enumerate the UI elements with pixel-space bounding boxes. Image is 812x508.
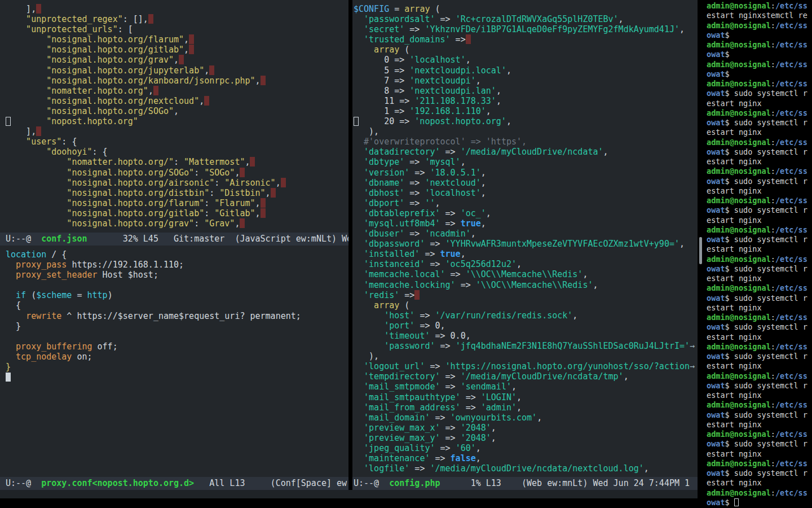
php-string: 'mysql.utf8mb4' [354, 218, 440, 229]
punctuation: : [214, 178, 224, 188]
punctuation: : [209, 188, 219, 198]
punctuation: , [148, 86, 153, 96]
code-line: "nosignal.hopto.org/distbin": "Distbin", [6, 188, 348, 198]
code-line: owat$ sudo systemctl r [707, 235, 812, 244]
nginx-directive: proxy_buffering [6, 341, 92, 352]
code-line: 'tempdirectory' => '/media/myCloudDrive/… [354, 371, 698, 382]
code-line: estart nginx [707, 157, 812, 167]
modeline-conf-json: U:--@ conf.json 32% L45 Git:master (Java… [0, 233, 348, 246]
code-line: admin@nosignal:/etc/ss [707, 138, 812, 147]
punctuation: , [476, 76, 481, 86]
punctuation: , [593, 280, 598, 290]
php-string: 'version' [354, 168, 409, 178]
code-line: admin@nosignal:/etc/ss [707, 371, 812, 381]
terminal-text: : [771, 196, 775, 205]
php-comment: #'overwriteprotocol' => 'https', [354, 137, 527, 147]
punctuation: => [404, 198, 425, 208]
editor-window-config-php[interactable]: $CONFIG = array ( 'passwordsalt' => 'Rc+… [352, 0, 698, 477]
code-line: 'preview_max_x' => '2048', [354, 423, 698, 433]
punctuation: , [235, 218, 240, 229]
code-line: owat$ sudo systemctl r [707, 89, 812, 98]
keyword-yellow: array [354, 45, 399, 55]
php-string: 'localhost' [425, 188, 480, 198]
code-line: estart nginx [707, 99, 812, 108]
php-string: 'memcache.locking' [354, 280, 456, 290]
editor-window-conf-json[interactable]: ], "unprotected_regex": [], "unprotected… [0, 0, 348, 233]
punctuation: => [435, 443, 456, 453]
php-string: 'localhost' [409, 55, 465, 65]
trailing-whitespace-marker [36, 126, 41, 136]
punctuation: 0 => [354, 55, 409, 65]
trailing-whitespace-marker [261, 76, 266, 85]
punctuation: => [404, 188, 425, 198]
code-line: proxy_pass https://192.168.1.110; [6, 260, 348, 270]
terminal-text: estart nginx [707, 244, 762, 253]
punctuation: , [679, 239, 685, 249]
punctuation: , [184, 34, 189, 45]
terminal-scrollbar-thumb[interactable] [699, 237, 702, 264]
terminal-text: estart nginx [707, 274, 762, 283]
punctuation: , [486, 106, 491, 116]
terminal-text: : [771, 60, 775, 69]
code-line: estart nginxstemctl re [707, 11, 812, 20]
json-string: "nosignal.hopto.org/distbin" [6, 188, 209, 198]
terminal-path: /etc/ss [775, 255, 807, 264]
terminal-text: : [771, 313, 775, 322]
cursor-block [6, 373, 11, 382]
terminal-text: $ sudo systemctl r [725, 322, 807, 331]
php-string: 'logfile' [354, 463, 409, 474]
nginx-keyword: location [6, 249, 46, 260]
code-line: 'host' => '/var/run/redis/redis.sock', [354, 310, 698, 321]
terminal-text: $ [725, 30, 730, 40]
trailing-whitespace-marker [240, 168, 245, 177]
terminal-path: /etc/ss [775, 283, 807, 292]
punctuation: , [255, 208, 261, 218]
json-string: "nosignal.hopto.org/SOGo" [6, 106, 174, 116]
json-string: "nosignal.hopto.org/gitlab" [6, 208, 204, 218]
punctuation: => [409, 463, 430, 474]
punctuation: , [619, 14, 624, 24]
code-line: estart nginx [707, 420, 812, 430]
punctuation: , [255, 76, 261, 86]
code-line: 1 => '192.168.1.110', [354, 106, 698, 116]
php-string: 'logout_url' [354, 361, 425, 371]
code-line: owat$ sudo systemctl r [707, 322, 812, 332]
php-string: 'oc5q256d12u2' [445, 259, 517, 269]
code-line: admin@nosignal:/etc/ss [707, 196, 812, 205]
code-line: owat$ sudo systemctl r [707, 381, 812, 391]
code-line: owat$ sudo systemctl r [707, 410, 812, 420]
code-line [6, 372, 348, 382]
punctuation: ( [399, 300, 409, 310]
punctuation: => [440, 147, 461, 157]
code-line: estart nginx [707, 303, 812, 313]
punctuation: , [481, 178, 486, 188]
terminal-text: : [771, 1, 775, 10]
punctuation: => [451, 34, 466, 45]
punctuation: , [572, 310, 577, 321]
terminal-user: admin@nosignal [707, 21, 771, 30]
terminal-pane[interactable]: admin@nosignal:/etc/ssestart nginxstemct… [704, 0, 812, 508]
json-string: "Gitlab" [214, 208, 255, 218]
php-string: 'instanceid' [354, 259, 425, 269]
punctuation: = [389, 4, 404, 14]
punctuation: , [679, 24, 685, 34]
terminal-text: : [771, 255, 775, 264]
json-string: "nosignal.hopto.org/airsonic" [6, 178, 214, 188]
terminal-text: : [771, 459, 775, 468]
code-line: 'memcache.locking' => '\\OC\\Memcache\\R… [354, 280, 698, 290]
terminal-path: owat [707, 322, 725, 331]
php-string: 'mysql' [425, 157, 460, 167]
editor-window-proxy-conf[interactable]: location / { proxy_pass https://192.168.… [0, 246, 348, 477]
terminal-user: admin@nosignal [707, 255, 771, 264]
code-line: "nosignal.hopto.org/SOGo", [6, 106, 348, 116]
terminal-user: admin@nosignal [707, 225, 771, 234]
terminal-text: : [771, 225, 775, 234]
code-line: 'maintenance' => false, [354, 453, 698, 463]
terminal-text: : [771, 79, 775, 88]
code-line: "nosignal.hopto.org/flarum": "Flarum", [6, 198, 348, 208]
terminal-text: estart nginx [707, 186, 762, 195]
code-line: 'mail_smtpmode' => 'sendmail', [354, 382, 698, 392]
trailing-whitespace-marker [240, 218, 245, 228]
code-line: 'timeout' => 0.0, [354, 331, 698, 341]
punctuation: https://192.168.1.110; [67, 260, 184, 270]
